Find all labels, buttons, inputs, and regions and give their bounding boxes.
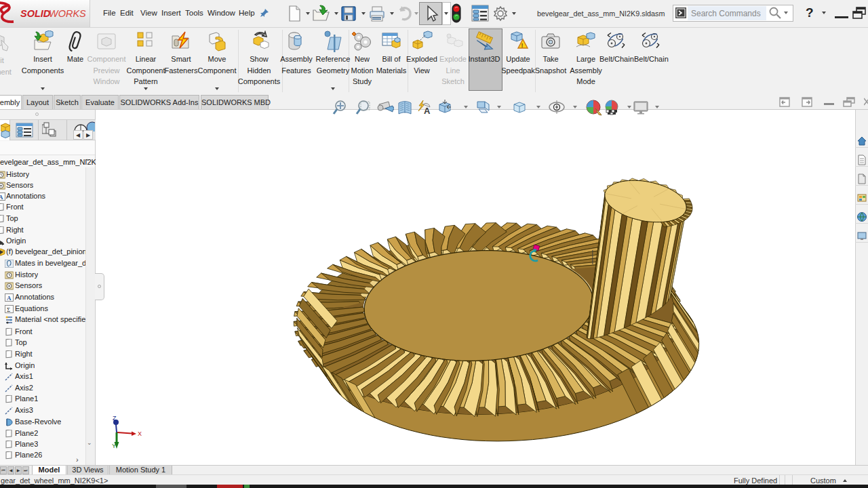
svg-text:SOLID: SOLID: [20, 8, 51, 19]
svg-text:A: A: [0, 194, 3, 201]
svg-text:A: A: [424, 106, 431, 116]
svg-text:A: A: [7, 295, 12, 302]
svg-text:Z: Z: [113, 415, 117, 422]
svg-text:Y: Y: [112, 443, 116, 449]
svg-text:!: !: [521, 42, 524, 49]
svg-text:X: X: [138, 430, 142, 437]
svg-text:WORKS: WORKS: [49, 8, 86, 19]
svg-text:Σ: Σ: [7, 306, 10, 313]
